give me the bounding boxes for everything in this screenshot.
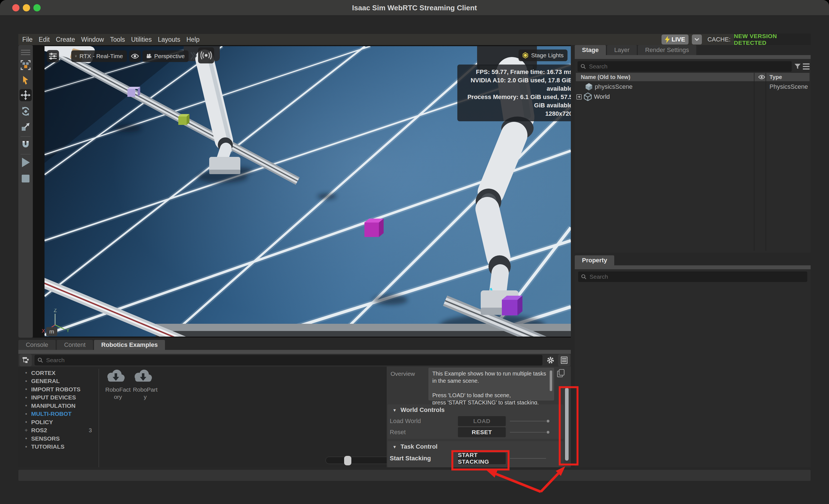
category-ros2[interactable]: +ROS23 bbox=[19, 426, 99, 435]
stage-panel: Stage Layer Render Settings Name (Old to… bbox=[575, 45, 810, 253]
reset-button[interactable]: RESET bbox=[458, 427, 506, 437]
snap-tool-button[interactable] bbox=[20, 139, 32, 151]
world-controls-header[interactable]: World Controls bbox=[388, 404, 564, 416]
rotate-tool-button[interactable] bbox=[20, 105, 32, 117]
live-dropdown-button[interactable] bbox=[692, 35, 702, 44]
example-roboparty[interactable]: RoboParty bbox=[133, 369, 158, 400]
category-manipulation[interactable]: •MANIPULATION bbox=[19, 402, 99, 410]
tab-render-settings[interactable]: Render Settings bbox=[638, 45, 696, 55]
copy-icon bbox=[557, 369, 565, 377]
example-details: Overview This Example shows how to run m… bbox=[387, 367, 571, 467]
tab-console[interactable]: Console bbox=[19, 340, 56, 350]
overview-label: Overview bbox=[391, 370, 415, 377]
tab-robotics-examples[interactable]: Robotics Examples bbox=[94, 340, 165, 350]
stage-lights-button[interactable]: Stage Lights bbox=[518, 49, 568, 61]
list-view-icon bbox=[561, 357, 568, 364]
stage-row-world[interactable]: World bbox=[576, 92, 809, 102]
search-icon bbox=[37, 357, 43, 363]
camera-selector[interactable]: Perspective bbox=[142, 50, 189, 62]
viewport[interactable]: RTX - Real-Time Perspective bbox=[33, 45, 571, 338]
menu-file[interactable]: File bbox=[22, 36, 33, 43]
viewport-render[interactable]: RTX - Real-Time Perspective bbox=[44, 46, 571, 336]
tab-stage[interactable]: Stage bbox=[575, 45, 606, 55]
viewport-settings-button[interactable] bbox=[47, 50, 59, 62]
move-tool-button[interactable] bbox=[20, 89, 32, 101]
prim-select-tool-button[interactable] bbox=[20, 59, 32, 71]
category-sensors[interactable]: •SENSORS bbox=[19, 434, 99, 443]
stage-search-input[interactable] bbox=[588, 63, 789, 70]
menu-layouts[interactable]: Layouts bbox=[158, 36, 180, 43]
select-tool-button[interactable] bbox=[20, 74, 32, 86]
example-robofactory[interactable]: RoboFactory bbox=[105, 369, 131, 400]
toolbar-grip-handle[interactable] bbox=[21, 48, 30, 57]
cube-purple bbox=[502, 296, 522, 315]
cube-light-purple bbox=[128, 87, 140, 97]
play-icon bbox=[22, 158, 30, 167]
stage-tree-header: Name (Old to New) Type bbox=[576, 73, 809, 81]
cache-label: CACHE: bbox=[708, 36, 730, 43]
copy-button[interactable] bbox=[556, 368, 566, 378]
perf-stats-overlay: FPS: 59.77, Frame time: 16.73 ms NVIDIA … bbox=[457, 65, 571, 121]
version-status: NEW VERSION DETECTED bbox=[734, 33, 810, 46]
status-bar bbox=[19, 470, 810, 481]
menu-create[interactable]: Create bbox=[56, 36, 75, 43]
view-mode-button[interactable] bbox=[558, 354, 570, 366]
menu-window[interactable]: Window bbox=[81, 36, 104, 43]
column-name[interactable]: Name (Old to New) bbox=[581, 74, 630, 80]
titlebar: Isaac Sim WebRTC Streaming Client bbox=[0, 0, 829, 15]
grid-unit-label[interactable]: m bbox=[46, 327, 57, 336]
examples-search[interactable] bbox=[35, 355, 542, 365]
details-scrollbar[interactable] bbox=[565, 388, 569, 461]
prim-cube-icon bbox=[585, 83, 592, 91]
world-controls-section: World Controls Load World LOAD Reset RES… bbox=[388, 404, 564, 439]
slider-thumb[interactable] bbox=[344, 456, 351, 465]
svg-text:Z: Z bbox=[54, 309, 57, 313]
category-policy[interactable]: •POLICY bbox=[19, 418, 99, 426]
options-list-icon[interactable] bbox=[803, 63, 809, 70]
chevrons-right-icon[interactable] bbox=[190, 52, 197, 60]
scale-tool-button[interactable] bbox=[20, 121, 32, 133]
examples-search-input[interactable] bbox=[46, 357, 540, 364]
category-input-devices[interactable]: •INPUT DEVICES bbox=[19, 394, 99, 402]
thumbnail-size-slider[interactable] bbox=[325, 457, 390, 464]
load-world-row: Load World LOAD bbox=[388, 416, 564, 427]
filter-icon[interactable] bbox=[794, 63, 801, 70]
play-button[interactable] bbox=[20, 156, 32, 169]
category-tutorials[interactable]: •TUTORIALS bbox=[19, 443, 99, 451]
browser-tree-toggle-button[interactable] bbox=[20, 354, 32, 366]
start-stacking-button[interactable]: START STACKING bbox=[458, 453, 506, 464]
renderer-selector[interactable]: RTX - Real-Time bbox=[71, 50, 127, 62]
cube-magenta bbox=[364, 219, 384, 237]
search-icon bbox=[580, 63, 586, 70]
eye-column-icon bbox=[758, 75, 765, 79]
menu-utilities[interactable]: Utilities bbox=[131, 36, 152, 43]
gear-icon[interactable] bbox=[546, 356, 555, 364]
menu-help[interactable]: Help bbox=[186, 36, 200, 43]
task-control-header[interactable]: Task Control bbox=[388, 441, 564, 452]
category-general[interactable]: •GENERAL bbox=[19, 377, 99, 386]
broadcast-button[interactable] bbox=[198, 47, 214, 63]
property-search-input[interactable] bbox=[589, 273, 804, 280]
tab-property[interactable]: Property bbox=[575, 255, 614, 265]
load-button[interactable]: LOAD bbox=[458, 416, 506, 426]
visibility-button[interactable] bbox=[129, 50, 141, 62]
reset-row: Reset RESET bbox=[388, 427, 564, 438]
menu-edit[interactable]: Edit bbox=[39, 36, 50, 43]
stage-search[interactable] bbox=[578, 61, 792, 72]
stop-button[interactable] bbox=[20, 173, 32, 185]
category-import-robots[interactable]: •IMPORT ROBOTS bbox=[19, 385, 99, 394]
category-multi-robot[interactable]: •MULTI-ROBOT bbox=[19, 410, 99, 418]
expand-icon[interactable] bbox=[576, 94, 582, 100]
category-cortex[interactable]: •CORTEX bbox=[19, 369, 99, 377]
broadcast-icon bbox=[201, 51, 212, 60]
live-button[interactable]: LIVE bbox=[661, 35, 688, 44]
menu-tools[interactable]: Tools bbox=[110, 36, 125, 43]
tab-content[interactable]: Content bbox=[57, 340, 93, 350]
tab-layer[interactable]: Layer bbox=[607, 45, 637, 55]
stat-resolution: 1280x720 bbox=[461, 110, 571, 118]
overview-box[interactable]: This Example shows how to run multiple t… bbox=[428, 368, 554, 400]
stage-row-physicsscene[interactable]: physicsScene PhysicsScene bbox=[576, 82, 809, 92]
overview-scrollbar[interactable] bbox=[550, 370, 552, 391]
property-search[interactable] bbox=[578, 272, 807, 282]
column-type[interactable]: Type bbox=[769, 74, 782, 80]
